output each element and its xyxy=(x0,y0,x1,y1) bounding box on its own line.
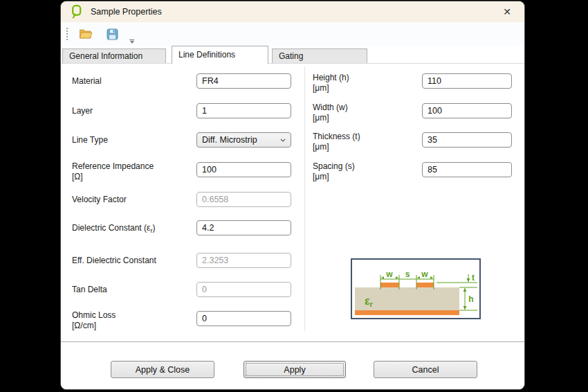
toolbar xyxy=(61,22,524,46)
dielectric-constant-label: Dielectric Constant (εr) xyxy=(72,223,194,236)
thickness-input[interactable] xyxy=(422,132,512,148)
height-label: Height (h) [μm] xyxy=(313,73,416,93)
save-button[interactable] xyxy=(102,24,122,44)
apply-button[interactable]: Apply xyxy=(244,361,346,378)
line-type-label: Line Type xyxy=(72,135,194,145)
column-divider xyxy=(304,66,305,331)
ohmic-loss-label: Ohmic Loss [Ω/cm] xyxy=(72,310,194,331)
chevron-down-icon xyxy=(280,139,286,142)
apply-close-button[interactable]: Apply & Close xyxy=(111,361,214,378)
spacing-input[interactable] xyxy=(422,162,512,177)
ohmic-loss-input[interactable] xyxy=(196,311,291,326)
app-logo-icon xyxy=(71,4,83,19)
ground-plane-shape xyxy=(355,310,459,315)
tab-gating[interactable]: Gating xyxy=(272,48,367,63)
width-input[interactable] xyxy=(422,103,512,118)
open-folder-icon xyxy=(79,28,93,39)
dim-label-w1: w xyxy=(385,269,393,279)
dielectric-constant-input[interactable] xyxy=(196,220,291,235)
tan-delta-label: Tan Delta xyxy=(72,285,194,295)
footer: Apply & Close Apply Cancel xyxy=(61,341,524,389)
height-input[interactable] xyxy=(422,73,512,89)
titlebar: Sample Properties ✕ xyxy=(61,1,524,22)
microstrip-cross-section-diagram: w s w t h εr xyxy=(351,258,481,319)
tab-strip: General Information Line Definitions Gat… xyxy=(61,46,524,64)
dim-label-t: t xyxy=(472,273,475,283)
material-label: Material xyxy=(72,76,194,87)
line-type-select[interactable]: Diff. Microstrip xyxy=(196,132,291,148)
velocity-factor-label: Velocity Factor xyxy=(72,195,194,205)
layer-label: Layer xyxy=(72,106,194,116)
open-file-button[interactable] xyxy=(75,24,96,44)
tab-general-information[interactable]: General Information xyxy=(62,48,166,63)
window-title: Sample Properties xyxy=(91,7,162,17)
dim-label-w2: w xyxy=(421,269,428,279)
layer-input[interactable] xyxy=(196,103,291,118)
trace-left-shape xyxy=(380,283,399,287)
save-floppy-icon xyxy=(107,28,118,40)
eff-dielectric-constant-label: Eff. Dielectric Constant xyxy=(72,256,194,266)
line-definitions-panel: Material Layer Line Type Diff. Microstri… xyxy=(61,64,524,341)
close-icon[interactable]: ✕ xyxy=(495,2,519,21)
width-label: Width (w) [μm] xyxy=(313,103,416,123)
thickness-label: Thickness (t) [μm] xyxy=(313,132,416,152)
velocity-factor-input xyxy=(196,192,291,207)
toolbar-overflow-icon[interactable] xyxy=(129,39,134,44)
tan-delta-input xyxy=(196,282,291,297)
line-type-value: Diff. Microstrip xyxy=(202,135,257,145)
dim-label-h: h xyxy=(468,294,473,304)
reference-impedance-input[interactable] xyxy=(196,162,291,177)
material-input[interactable] xyxy=(196,73,291,89)
eff-dielectric-constant-input xyxy=(196,253,291,268)
sample-properties-dialog: Sample Properties ✕ General Information … xyxy=(61,1,524,389)
toolbar-grip-handle[interactable] xyxy=(66,28,69,40)
reference-impedance-label: Reference Impedance [Ω] xyxy=(72,161,194,182)
cancel-button[interactable]: Cancel xyxy=(374,361,477,378)
trace-right-shape xyxy=(416,283,434,287)
spacing-label: Spacing (s) [μm] xyxy=(313,161,416,182)
tab-line-definitions[interactable]: Line Definitions xyxy=(172,46,268,64)
dim-label-s: s xyxy=(405,269,410,279)
